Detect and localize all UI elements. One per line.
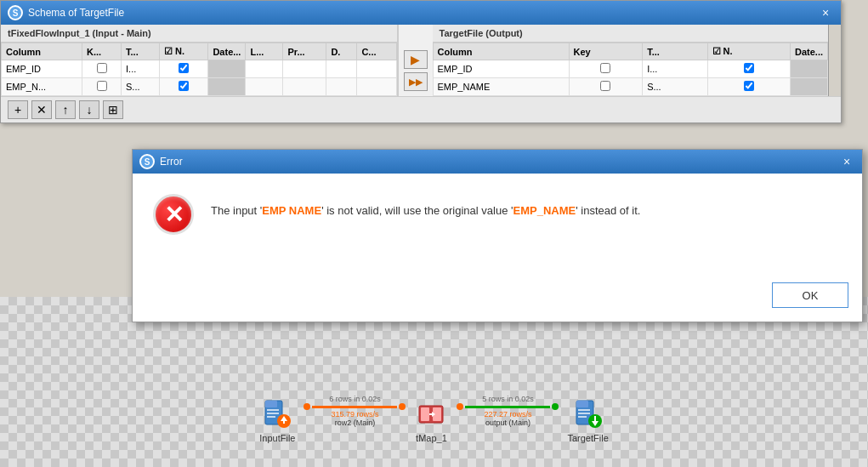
- conn1-dot-left: [304, 403, 310, 410]
- move-up-button[interactable]: ↑: [55, 100, 76, 119]
- error-close-button[interactable]: ×: [838, 153, 855, 170]
- flow-component-targetfile: TargetFile: [567, 397, 608, 443]
- error-circle-icon: ✕: [153, 194, 194, 235]
- delete-row-button[interactable]: ✕: [31, 100, 52, 119]
- row1-key-checkbox[interactable]: [97, 63, 107, 73]
- col-header-pr: Pr...: [283, 43, 326, 60]
- table-row: EMP_NAME S...: [433, 78, 828, 96]
- row2-date-cell: [208, 78, 246, 96]
- row2-column: EMP_N...: [2, 78, 82, 96]
- schema-icon-text: S: [13, 9, 19, 18]
- error-msg-part3: ' instead of it.: [576, 204, 640, 217]
- error-msg-part1: The input ': [211, 204, 262, 217]
- schema-title: Schema of TargetFile: [28, 7, 124, 19]
- out-row2-key-checkbox[interactable]: [600, 81, 610, 91]
- svg-rect-16: [578, 413, 590, 414]
- error-title: Error: [160, 156, 183, 168]
- error-message: The input 'EMP NAME' is not valid, will …: [211, 194, 842, 220]
- svg-rect-7: [283, 419, 285, 424]
- row1-type: I...: [122, 60, 160, 78]
- svg-rect-3: [267, 413, 279, 414]
- row2-c: [357, 78, 396, 96]
- row2-key-checkbox[interactable]: [97, 81, 107, 91]
- table-row: EMP_N... S...: [2, 78, 397, 96]
- ok-button[interactable]: OK: [772, 282, 848, 308]
- row2-n-checkbox[interactable]: [179, 81, 189, 91]
- move-down-button[interactable]: ↓: [79, 100, 99, 119]
- conn2-dot-left: [457, 403, 463, 410]
- row1-n-checkbox[interactable]: [179, 63, 189, 73]
- conn1-line: [312, 406, 397, 408]
- conn2-line-row: [457, 403, 559, 410]
- conn1-dot-right: [399, 403, 406, 410]
- svg-rect-4: [267, 416, 275, 418]
- out-col-header-t: T...: [643, 43, 707, 60]
- arrow-panel: ▶ ▶▶: [399, 25, 433, 96]
- flow-connector-2: 5 rows in 0.02s 227.27 rows/s output (Ma…: [457, 395, 559, 427]
- col-header-t: T...: [122, 43, 160, 60]
- row2-n-cell: [160, 78, 208, 96]
- conn1-top-label: 6 rows in 0.02s: [329, 395, 381, 403]
- svg-rect-1: [265, 401, 277, 407]
- extra-button[interactable]: ⊞: [103, 100, 123, 119]
- error-icon-title: S Error: [139, 154, 183, 169]
- scrollbar[interactable]: [828, 25, 841, 96]
- row1-d: [326, 60, 357, 78]
- error-msg-part2: ' is not valid, will use the original va…: [321, 204, 513, 217]
- targetfile-label: TargetFile: [567, 433, 608, 443]
- flow-connector-1: 6 rows in 0.02s 315.79 rows/s row2 (Main…: [304, 395, 406, 427]
- conn2-bottom-label: 227.27 rows/s: [484, 410, 531, 419]
- svg-rect-9: [421, 407, 429, 421]
- input-table-header-row: Column K... T... ☑ N. Date... L... Pr...…: [2, 43, 397, 60]
- targetfile-icon: [571, 397, 605, 431]
- out-row2-key-cell: [569, 78, 643, 96]
- titlebar-left: S Schema of TargetFile: [8, 5, 124, 20]
- tmap-label: tMap_1: [416, 433, 447, 443]
- error-content: ✕ The input 'EMP NAME' is not valid, wil…: [133, 174, 862, 276]
- svg-rect-17: [578, 416, 587, 418]
- schema-close-button[interactable]: ×: [817, 4, 834, 21]
- conn1-line-row: [304, 403, 406, 410]
- out-col-header-column: Column: [433, 43, 569, 60]
- table-row: EMP_ID I...: [433, 60, 828, 78]
- col-header-column: Column: [2, 43, 82, 60]
- out-row2-column: EMP_NAME: [433, 78, 569, 96]
- row1-l: [246, 60, 283, 78]
- schema-titlebar: S Schema of TargetFile ×: [1, 1, 841, 25]
- row2-l: [246, 78, 283, 96]
- error-highlight2: EMP_NAME: [513, 204, 576, 217]
- col-header-n: ☑ N.: [160, 43, 208, 60]
- row1-c: [357, 60, 396, 78]
- row1-date-cell: [208, 60, 246, 78]
- conn2-line: [465, 406, 550, 408]
- svg-rect-20: [594, 416, 596, 423]
- out-row2-n-checkbox[interactable]: [744, 81, 754, 91]
- single-arrow-button[interactable]: ▶: [404, 50, 428, 69]
- schema-window: S Schema of TargetFile × tFixedFlowInput…: [0, 0, 842, 123]
- out-row1-n-checkbox[interactable]: [744, 63, 754, 73]
- error-highlight1: EMP NAME: [262, 204, 321, 217]
- svg-rect-14: [576, 401, 588, 407]
- inputfile-label: InputFile: [259, 433, 295, 443]
- row2-d: [326, 78, 357, 96]
- out-row1-key-checkbox[interactable]: [600, 63, 610, 73]
- table-row: EMP_ID I...: [2, 60, 397, 78]
- add-row-button[interactable]: +: [8, 100, 28, 119]
- input-panel-header: tFixedFlowInput_1 (Input - Main): [1, 25, 397, 43]
- row2-type: S...: [122, 78, 160, 96]
- output-panel-header: TargetFile (Output): [433, 25, 829, 43]
- out-row2-date-cell: [790, 78, 827, 96]
- input-panel: tFixedFlowInput_1 (Input - Main) Column …: [1, 25, 399, 96]
- out-row1-column: EMP_ID: [433, 60, 569, 78]
- error-dialog: S Error × ✕ The input 'EMP NAME' is not …: [132, 149, 863, 322]
- flow-component-inputfile: InputFile: [259, 397, 295, 443]
- output-schema-table: Column Key T... ☑ N. Date... EMP_ID I...: [433, 43, 829, 96]
- row2-key-cell: [82, 78, 122, 96]
- double-arrow-button[interactable]: ▶▶: [404, 72, 428, 91]
- schema-toolbar: + ✕ ↑ ↓ ⊞: [1, 96, 841, 122]
- schema-content: tFixedFlowInput_1 (Input - Main) Column …: [1, 25, 841, 96]
- input-schema-table: Column K... T... ☑ N. Date... L... Pr...…: [1, 43, 397, 96]
- flow-component-tmap: tMap_1: [414, 397, 448, 443]
- out-row1-key-cell: [569, 60, 643, 78]
- row1-pr: [283, 60, 326, 78]
